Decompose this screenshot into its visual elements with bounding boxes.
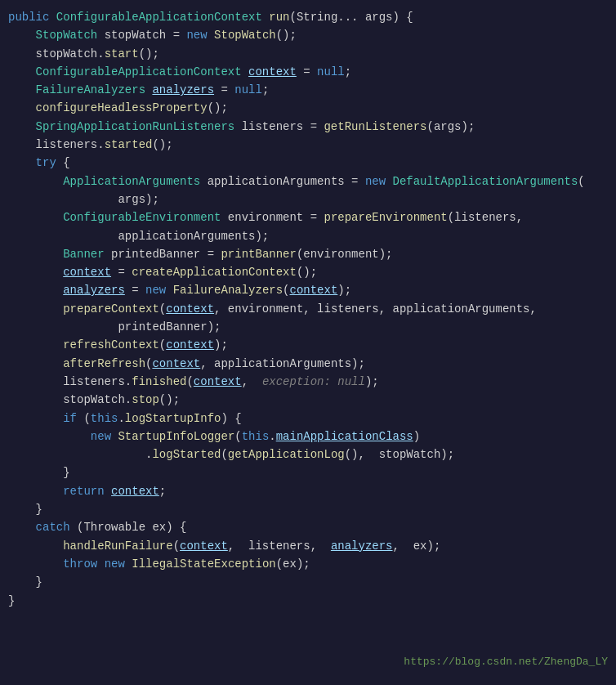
code-line: }: [0, 500, 616, 518]
code-line: StopWatch stopWatch = new StopWatch();: [0, 26, 616, 44]
code-lines: public ConfigurableApplicationContext ru…: [0, 8, 616, 610]
code-line: analyzers = new FailureAnalyzers(context…: [0, 281, 616, 299]
code-line: context = createApplicationContext();: [0, 263, 616, 281]
code-line: }: [0, 592, 616, 610]
code-line: stopWatch.start();: [0, 45, 616, 63]
code-line: ConfigurableApplicationContext context =…: [0, 63, 616, 81]
code-line: Banner printedBanner = printBanner(envir…: [0, 245, 616, 263]
code-line: afterRefresh(context, applicationArgumen…: [0, 355, 616, 373]
code-line: catch (Throwable ex) {: [0, 518, 616, 536]
code-line: return context;: [0, 482, 616, 500]
code-line: ConfigurableEnvironment environment = pr…: [0, 208, 616, 226]
code-line: SpringApplicationRunListeners listeners …: [0, 118, 616, 136]
code-line: configureHeadlessProperty();: [0, 99, 616, 117]
code-line: }: [0, 573, 616, 591]
code-block: public ConfigurableApplicationContext ru…: [0, 0, 616, 685]
code-line: FailureAnalyzers analyzers = null;: [0, 81, 616, 99]
code-line: public ConfigurableApplicationContext ru…: [0, 8, 616, 26]
code-line: applicationArguments);: [0, 227, 616, 245]
code-line: }: [0, 463, 616, 481]
code-line: prepareContext(context, environment, lis…: [0, 300, 616, 318]
code-line: stopWatch.stop();: [0, 391, 616, 409]
code-line: printedBanner);: [0, 318, 616, 336]
url-line: https://blog.csdn.net/ZhengDa_LY: [404, 655, 608, 670]
code-line: handleRunFailure(context, listeners, ana…: [0, 537, 616, 555]
code-line: refreshContext(context);: [0, 336, 616, 354]
code-line: listeners.finished(context, exception: n…: [0, 373, 616, 391]
code-line: args);: [0, 190, 616, 208]
code-line: try {: [0, 154, 616, 172]
code-line: if (this.logStartupInfo) {: [0, 410, 616, 428]
code-line: listeners.started();: [0, 136, 616, 154]
code-line: .logStarted(getApplicationLog(), stopWat…: [0, 445, 616, 463]
code-line: throw new IllegalStateException(ex);: [0, 555, 616, 573]
code-line: ApplicationArguments applicationArgument…: [0, 172, 616, 190]
code-line: new StartupInfoLogger(this.mainApplicati…: [0, 428, 616, 445]
